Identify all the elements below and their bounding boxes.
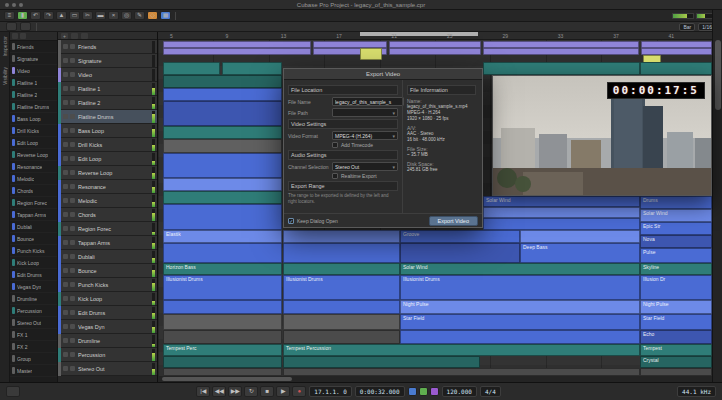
track-row[interactable]: Bass Loop	[58, 124, 157, 138]
mute-button[interactable]	[63, 72, 68, 77]
toolbar-icon[interactable]: ▦	[160, 11, 171, 20]
filter-icon[interactable]	[20, 33, 26, 39]
clip-region[interactable]	[163, 126, 282, 139]
solo-button[interactable]	[70, 100, 75, 105]
clip-region[interactable]: Tempest	[640, 344, 712, 356]
list-item[interactable]: FX 2	[10, 341, 57, 353]
clip-region[interactable]: Tempest Percussion	[283, 344, 640, 356]
clip-region[interactable]	[389, 41, 481, 48]
clip-region[interactable]	[163, 330, 282, 344]
add-timecode-checkbox[interactable]	[332, 142, 338, 148]
list-item[interactable]: Edit Loop	[10, 137, 57, 149]
clip-region[interactable]	[640, 368, 712, 376]
toolbar-icon[interactable]: ◎	[121, 11, 132, 20]
clip-region[interactable]: Illusionist Drums	[400, 275, 640, 300]
clip-region[interactable]: Drums	[640, 196, 712, 209]
clip-region[interactable]: Night Pulse	[640, 300, 712, 314]
clip-region[interactable]	[483, 48, 639, 55]
mute-button[interactable]	[63, 44, 68, 49]
list-item[interactable]: Stereo Out	[10, 317, 57, 329]
mute-button[interactable]	[63, 128, 68, 133]
solo-button[interactable]	[70, 324, 75, 329]
rail-tab[interactable]: Inspector	[2, 36, 8, 57]
clip-region[interactable]	[641, 48, 712, 55]
clip-region[interactable]	[483, 62, 640, 75]
list-item[interactable]: Flatline Drums	[10, 101, 57, 113]
clip-region[interactable]	[163, 243, 282, 263]
video-player-window[interactable]: 00:00:17:5	[492, 75, 712, 196]
track-row[interactable]: Drill Kicks	[58, 138, 157, 152]
track-row[interactable]: Edit Loop	[58, 152, 157, 166]
list-item[interactable]: Melodic	[10, 173, 57, 185]
clip-region[interactable]: Deep Bass	[520, 243, 640, 263]
realtime-export-checkbox[interactable]	[332, 173, 338, 179]
clip-region[interactable]	[283, 330, 400, 344]
solo-button[interactable]	[70, 128, 75, 133]
inspector-toggle-icon[interactable]	[6, 22, 17, 31]
clip-region[interactable]: Elastik	[163, 230, 282, 243]
clip-region[interactable]	[400, 243, 520, 263]
track-row[interactable]: Bounce	[58, 264, 157, 278]
keep-dialog-open-checkbox[interactable]: ✓	[288, 218, 294, 224]
file-path-select[interactable]: ▾	[332, 108, 398, 117]
clip-region[interactable]: Tempest Perc	[163, 344, 282, 356]
list-item[interactable]: Video	[10, 65, 57, 77]
timeline-ruler[interactable]: 591317212529333741	[158, 32, 712, 40]
list-item[interactable]: FX 1	[10, 329, 57, 341]
toolbar-icon[interactable]: ≡	[4, 11, 15, 20]
clip-region[interactable]: Night Pulse	[400, 300, 640, 314]
clip-region[interactable]	[283, 300, 400, 314]
list-item[interactable]: Edit Drums	[10, 269, 57, 281]
toolbar-icon[interactable]: ✂	[82, 11, 93, 20]
toolbar-icon[interactable]: ↶	[30, 11, 41, 20]
clip-region[interactable]	[283, 243, 400, 263]
clip-region[interactable]: Solar Wind	[483, 196, 640, 207]
track-row[interactable]: Tappan Arms	[58, 236, 157, 250]
keyboard-icon[interactable]	[6, 386, 20, 397]
clip-region[interactable]	[520, 230, 640, 243]
transport-toggle[interactable]	[430, 387, 439, 396]
clip-region[interactable]	[400, 330, 640, 344]
vertical-scrollbar[interactable]	[712, 10, 722, 382]
clip-region[interactable]	[641, 41, 712, 48]
channel-selection-select[interactable]: Stereo Out ▾	[332, 162, 398, 171]
mute-button[interactable]	[63, 310, 68, 315]
track-row[interactable]: Drumline	[58, 334, 157, 348]
list-item[interactable]: Kick Loop	[10, 257, 57, 269]
mute-button[interactable]	[63, 254, 68, 259]
solo-button[interactable]	[70, 282, 75, 287]
clip-region[interactable]: Skyline	[640, 263, 712, 275]
video-format-select[interactable]: MPEG-4 (H.264) ▾	[332, 131, 398, 140]
toolbar-icon[interactable]: ✎	[134, 11, 145, 20]
clip-region[interactable]: Pulse	[640, 248, 712, 263]
track-row[interactable]: Stereo Out	[58, 362, 157, 376]
toolbar-icon[interactable]: ◇	[147, 11, 158, 20]
toolbar-icon[interactable]: ▭	[69, 11, 80, 20]
clip-region[interactable]: Echo	[640, 330, 712, 344]
track-filter-icon[interactable]	[81, 33, 88, 39]
track-row[interactable]: Flatline 2	[58, 96, 157, 110]
clip-region[interactable]	[163, 204, 282, 230]
clip-region[interactable]: Illusion Dr	[640, 275, 712, 300]
track-row[interactable]: Signature	[58, 54, 157, 68]
track-row[interactable]: Chords	[58, 208, 157, 222]
track-row[interactable]: Reverse Loop	[58, 166, 157, 180]
mute-button[interactable]	[63, 212, 68, 217]
clip-region[interactable]: Star Field	[400, 314, 640, 330]
solo-button[interactable]	[70, 212, 75, 217]
rail-tab[interactable]: Visibility	[2, 67, 8, 85]
solo-button[interactable]	[70, 296, 75, 301]
clip-region[interactable]: Groove	[400, 230, 520, 243]
transport-button[interactable]: ↻	[244, 386, 258, 397]
mute-button[interactable]	[63, 226, 68, 231]
clip-region[interactable]: Nova	[640, 235, 712, 248]
transport-button[interactable]: ▶▶	[228, 386, 242, 397]
list-item[interactable]: Percussion	[10, 305, 57, 317]
mute-button[interactable]	[63, 324, 68, 329]
clip-region[interactable]	[163, 101, 282, 126]
list-item[interactable]: Chords	[10, 185, 57, 197]
list-item[interactable]: Group	[10, 353, 57, 365]
solo-button[interactable]	[70, 240, 75, 245]
clip-region[interactable]	[163, 356, 282, 368]
mute-button[interactable]	[63, 282, 68, 287]
